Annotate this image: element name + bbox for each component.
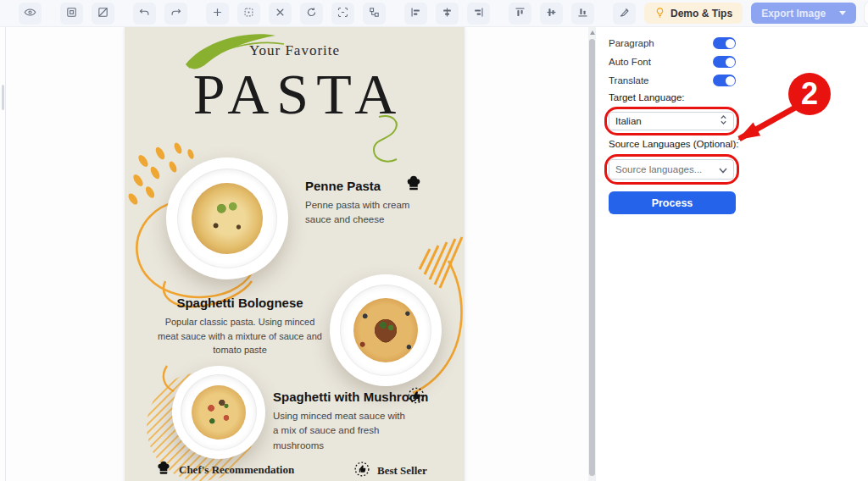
toggle-row-paragraph: Paragraph xyxy=(609,36,736,50)
toolbar-button-eye[interactable] xyxy=(19,3,42,25)
translate-toggle[interactable] xyxy=(713,75,736,86)
poster-image[interactable]: Your Favorite PASTA Penne Pasta Penne pa… xyxy=(125,27,465,481)
penne-pasta-photo xyxy=(166,158,288,279)
toggle-row-translate: Translate xyxy=(609,74,736,87)
menu-item-description: Using minced meat sauce with a mix of sa… xyxy=(273,409,413,453)
redo-icon xyxy=(170,6,182,21)
lightbulb-icon xyxy=(654,7,665,20)
menu-item-description: Penne pasta with cream sauce and cheese xyxy=(305,198,422,228)
export-image-button[interactable]: Export Image xyxy=(751,3,856,24)
auto-font-toggle[interactable] xyxy=(713,56,736,68)
toolbar-button-add[interactable] xyxy=(206,3,229,25)
source-languages-label: Source Languages (Optional): xyxy=(609,139,738,149)
menu-item-description: Popular classic pasta. Using minced meat… xyxy=(156,315,324,357)
toolbar-button-align-center-horizontal[interactable] xyxy=(436,3,459,25)
auto-font-label: Auto Font xyxy=(609,57,651,67)
target-language-label: Target Language: xyxy=(609,92,685,102)
spaghetti-mushroom-photo xyxy=(172,366,265,459)
align-center-horizontal-icon xyxy=(441,6,453,21)
merge-selection-icon xyxy=(242,6,255,21)
align-top-icon xyxy=(514,6,526,21)
best-seller-icon xyxy=(353,461,370,481)
poster-tagline: Your Favorite xyxy=(125,42,465,59)
target-language-select[interactable]: Italian xyxy=(609,112,734,130)
best-seller-icon xyxy=(407,386,426,405)
demo-tips-label: Demo & Tips xyxy=(670,8,732,19)
source-languages-select[interactable]: Source languages... xyxy=(609,159,734,180)
toolbar-button-detect-regions[interactable] xyxy=(331,3,354,25)
align-middle-vertical-icon xyxy=(545,6,558,21)
menu-item-name: Penne Pasta xyxy=(305,179,381,193)
toolbar-button-align-middle-vertical[interactable] xyxy=(540,3,563,25)
eye-icon xyxy=(24,6,36,21)
legend-label: Chef's Recommendation xyxy=(179,463,294,477)
select-updown-icon xyxy=(720,113,727,129)
translate-label: Translate xyxy=(609,75,649,86)
menu-item-name: Spaghetti with Mushroom xyxy=(273,390,428,404)
scroll-up-icon[interactable] xyxy=(590,30,595,35)
scrollbar-thumb[interactable] xyxy=(589,39,595,476)
layout-blocks-icon xyxy=(368,6,381,21)
demo-tips-button[interactable]: Demo & Tips xyxy=(644,3,743,24)
paragraph-label: Paragraph xyxy=(609,38,654,48)
toggle-row-auto-font: Auto Font xyxy=(609,55,736,69)
left-mini-scrollbar[interactable] xyxy=(2,85,4,110)
align-right-icon xyxy=(472,6,485,21)
target-language-value: Italian xyxy=(615,116,642,126)
toolbar-button-rotate[interactable] xyxy=(300,3,323,25)
toolbar-button-align-right[interactable] xyxy=(467,3,490,25)
legend-chefs-recommendation: Chef's Recommendation xyxy=(155,460,294,480)
vertical-scrollbar[interactable] xyxy=(588,27,596,481)
detect-regions-icon xyxy=(337,6,349,21)
toolbar-button-select-area[interactable] xyxy=(60,3,83,25)
toolbar-button-remove-selection[interactable] xyxy=(92,3,114,25)
rotate-icon xyxy=(305,6,318,21)
toolbar-button-redo[interactable] xyxy=(164,3,187,25)
spaghetti-bolognese-photo xyxy=(330,274,442,386)
poster-title: PASTA xyxy=(125,61,465,128)
toolbar-button-merge-selection[interactable] xyxy=(237,3,260,25)
app-window: Demo & Tips Export Image Reset xyxy=(0,0,868,481)
align-bottom-icon xyxy=(576,6,589,21)
toolbar-button-align-bottom[interactable] xyxy=(571,3,594,25)
export-image-label: Export Image xyxy=(761,8,826,19)
source-languages-placeholder: Source languages... xyxy=(615,164,702,174)
select-area-icon xyxy=(65,6,78,21)
annotation-step-badge: 2 xyxy=(788,73,831,115)
annotation-step-number: 2 xyxy=(801,76,818,112)
reset-button[interactable]: Reset xyxy=(865,3,868,24)
toolbar: Demo & Tips Export Image Reset xyxy=(0,0,868,27)
legend-label: Best Seller xyxy=(377,464,427,478)
menu-item-name: Spaghetti Bolognese xyxy=(159,296,321,310)
align-left-icon xyxy=(409,6,422,21)
process-button[interactable]: Process xyxy=(609,191,736,214)
caret-down-icon[interactable] xyxy=(839,11,846,15)
close-icon xyxy=(274,6,287,21)
toolbar-button-repair-brush[interactable] xyxy=(613,3,636,25)
brush-icon xyxy=(618,6,631,21)
toolbar-button-undo[interactable] xyxy=(133,3,156,25)
legend-best-seller: Best Seller xyxy=(353,461,427,481)
remove-selection-icon xyxy=(97,6,109,21)
chevron-down-icon xyxy=(719,162,727,177)
toolbar-button-layout-blocks[interactable] xyxy=(363,3,386,25)
toolbar-button-align-left[interactable] xyxy=(404,3,427,25)
paragraph-toggle[interactable] xyxy=(713,37,736,49)
toolbar-button-close[interactable] xyxy=(269,3,292,25)
toolbar-button-align-top[interactable] xyxy=(509,3,531,25)
chef-hat-icon xyxy=(155,460,172,480)
undo-icon xyxy=(138,6,151,21)
panel-divider xyxy=(5,27,6,481)
plus-icon xyxy=(211,6,224,21)
chef-hat-icon xyxy=(404,174,423,193)
